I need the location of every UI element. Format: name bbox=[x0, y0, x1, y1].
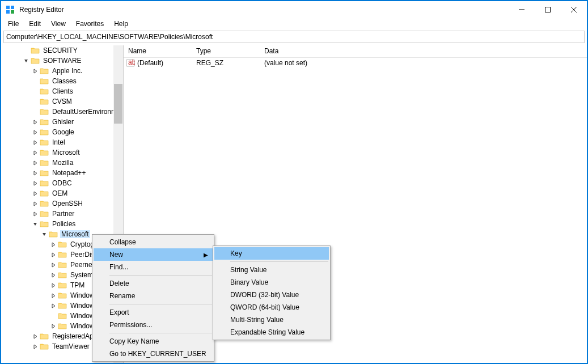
chevron-right-icon[interactable] bbox=[32, 170, 39, 176]
tree-node[interactable]: Apple Inc. bbox=[1, 66, 113, 76]
header-name[interactable]: Name bbox=[124, 45, 192, 57]
tree-label[interactable]: TPM bbox=[69, 281, 86, 289]
cm-new-string[interactable]: String Value bbox=[214, 264, 329, 276]
svg-rect-5 bbox=[545, 7, 551, 12]
menu-edit[interactable]: Edit bbox=[24, 19, 45, 29]
cm-export[interactable]: Export bbox=[94, 306, 213, 319]
chevron-right-icon[interactable] bbox=[32, 159, 39, 166]
tree-node[interactable]: Mozilla bbox=[1, 158, 113, 168]
tree-node[interactable]: Google bbox=[1, 127, 113, 137]
tree-node[interactable]: SECURITY bbox=[1, 45, 113, 56]
chevron-right-icon[interactable] bbox=[50, 292, 57, 299]
chevron-right-icon[interactable] bbox=[32, 343, 39, 350]
tree-label[interactable]: CVSM bbox=[51, 98, 73, 105]
header-data[interactable]: Data bbox=[260, 45, 587, 57]
chevron-right-icon[interactable] bbox=[32, 129, 39, 136]
tree-label[interactable]: Mozilla bbox=[51, 159, 74, 167]
chevron-right-icon[interactable] bbox=[50, 272, 57, 278]
chevron-right-icon[interactable] bbox=[32, 200, 39, 207]
tree-label[interactable]: Microsoft bbox=[60, 230, 90, 238]
tree-node[interactable]: Ghisler bbox=[1, 117, 113, 127]
tree-label[interactable]: Classes bbox=[51, 77, 78, 85]
tree-node[interactable]: Notepad++ bbox=[1, 168, 113, 178]
chevron-right-icon[interactable] bbox=[50, 302, 57, 309]
tree-label[interactable]: TeamViewer bbox=[51, 342, 91, 350]
menu-view[interactable]: View bbox=[46, 19, 70, 29]
cm-new-expandstring[interactable]: Expandable String Value bbox=[214, 326, 329, 338]
folder-icon bbox=[40, 77, 49, 85]
chevron-right-icon[interactable] bbox=[32, 210, 39, 217]
cm-new-multistring[interactable]: Multi-String Value bbox=[214, 314, 329, 326]
tree-node[interactable]: CVSM bbox=[1, 96, 113, 107]
maximize-button[interactable] bbox=[535, 1, 561, 18]
window-controls bbox=[509, 1, 587, 18]
tree-node[interactable]: Intel bbox=[1, 137, 113, 147]
tree-node[interactable]: SOFTWARE bbox=[1, 56, 113, 66]
cm-permissions[interactable]: Permissions... bbox=[94, 319, 213, 331]
menu-favorites[interactable]: Favorites bbox=[71, 19, 108, 29]
cm-rename[interactable]: Rename bbox=[94, 290, 213, 302]
chevron-right-icon[interactable] bbox=[50, 241, 57, 248]
close-button[interactable] bbox=[561, 1, 587, 18]
cm-copy-key-name[interactable]: Copy Key Name bbox=[94, 335, 213, 348]
scrollbar-thumb[interactable] bbox=[114, 84, 122, 124]
tree-label[interactable]: DefaultUserEnvironment bbox=[51, 108, 113, 116]
menu-help[interactable]: Help bbox=[109, 19, 133, 29]
chevron-down-icon[interactable] bbox=[32, 221, 39, 227]
tree-node[interactable]: Policies bbox=[1, 219, 113, 229]
tree-node[interactable]: Clients bbox=[1, 86, 113, 96]
chevron-right-icon[interactable] bbox=[32, 190, 39, 197]
tree-label[interactable]: Clients bbox=[51, 87, 74, 95]
menu-file[interactable]: File bbox=[3, 19, 23, 29]
cm-new-key[interactable]: Key bbox=[214, 247, 329, 260]
folder-icon bbox=[40, 332, 49, 340]
tree-label[interactable]: Apple Inc. bbox=[51, 67, 83, 75]
tree-node[interactable]: OEM bbox=[1, 188, 113, 198]
chevron-right-icon[interactable] bbox=[50, 261, 57, 268]
tree-node[interactable]: Partner bbox=[1, 209, 113, 219]
minimize-button[interactable] bbox=[509, 1, 535, 18]
chevron-right-icon[interactable] bbox=[50, 282, 57, 289]
cm-new-qword[interactable]: QWORD (64-bit) Value bbox=[214, 301, 329, 314]
tree-label[interactable]: Notepad++ bbox=[51, 169, 87, 177]
tree-label[interactable]: Intel bbox=[51, 138, 66, 146]
tree-label[interactable]: ODBC bbox=[51, 179, 73, 187]
cm-collapse[interactable]: Collapse bbox=[94, 236, 213, 248]
chevron-down-icon[interactable] bbox=[23, 57, 29, 64]
address-bar[interactable]: Computer\HKEY_LOCAL_MACHINE\SOFTWARE\Pol… bbox=[3, 31, 585, 43]
tree-label[interactable]: Partner bbox=[51, 210, 75, 218]
chevron-right-icon[interactable] bbox=[32, 67, 39, 74]
chevron-right-icon[interactable] bbox=[32, 149, 39, 156]
chevron-right-icon[interactable] bbox=[32, 333, 39, 340]
tree-label[interactable]: Microsoft bbox=[51, 149, 81, 156]
list-row[interactable]: ab(Default)REG_SZ(value not set) bbox=[124, 58, 587, 68]
folder-icon bbox=[40, 342, 49, 350]
tree-label[interactable]: Policies bbox=[51, 220, 77, 228]
tree-node[interactable]: Classes bbox=[1, 76, 113, 86]
cm-delete[interactable]: Delete bbox=[94, 277, 213, 290]
tree-label[interactable]: OEM bbox=[51, 189, 69, 197]
tree-label[interactable]: Ghisler bbox=[51, 118, 75, 126]
tree-node[interactable]: ODBC bbox=[1, 178, 113, 188]
header-type[interactable]: Type bbox=[192, 45, 260, 57]
tree-node[interactable]: OpenSSH bbox=[1, 198, 113, 209]
cm-goto-hkcu[interactable]: Go to HKEY_CURRENT_USER bbox=[94, 348, 213, 360]
tree-node[interactable]: DefaultUserEnvironment bbox=[1, 107, 113, 117]
chevron-right-icon[interactable] bbox=[32, 139, 39, 146]
tree-label[interactable]: OpenSSH bbox=[51, 200, 84, 208]
cm-new-dword[interactable]: DWORD (32-bit) Value bbox=[214, 289, 329, 301]
cm-separator bbox=[109, 304, 212, 304]
tree-label[interactable]: SOFTWARE bbox=[42, 57, 83, 65]
chevron-right-icon[interactable] bbox=[50, 251, 57, 258]
cm-find[interactable]: Find... bbox=[94, 261, 213, 273]
tree-label[interactable]: SECURITY bbox=[42, 46, 79, 54]
chevron-right-icon[interactable] bbox=[32, 118, 39, 125]
chevron-down-icon[interactable] bbox=[41, 231, 48, 238]
tree-label[interactable]: Google bbox=[51, 128, 75, 136]
cm-new-binary[interactable]: Binary Value bbox=[214, 276, 329, 289]
tree-node[interactable]: Microsoft bbox=[1, 147, 113, 158]
chevron-right-icon[interactable] bbox=[32, 180, 39, 187]
svg-rect-3 bbox=[11, 10, 14, 14]
cm-new[interactable]: New ▶ bbox=[94, 248, 213, 261]
chevron-right-icon[interactable] bbox=[50, 323, 57, 329]
